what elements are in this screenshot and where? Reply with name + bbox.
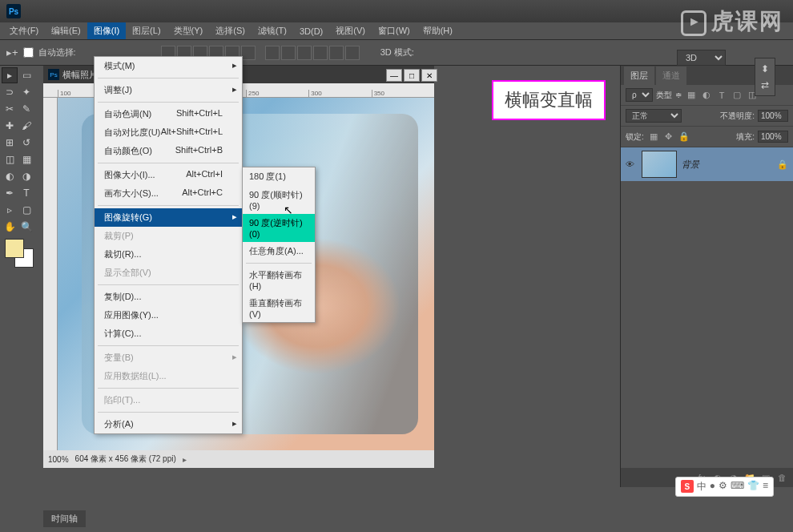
submenu-item[interactable]: 90 度(顺时针)(9) bbox=[243, 186, 315, 214]
stamp-tool[interactable]: ⊞ bbox=[2, 135, 18, 151]
hand-tool[interactable]: ✋ bbox=[2, 219, 18, 235]
3d-workspace-select[interactable]: 3D bbox=[677, 50, 726, 66]
menu-item[interactable]: 计算(C)... bbox=[95, 324, 242, 343]
menu-type[interactable]: 类型(Y) bbox=[167, 22, 210, 39]
menu-file[interactable]: 文件(F) bbox=[3, 22, 45, 39]
ime-skin-icon[interactable]: 👕 bbox=[747, 480, 759, 494]
submenu-item[interactable]: 水平翻转画布(H) bbox=[243, 266, 315, 294]
menu-edit[interactable]: 编辑(E) bbox=[45, 22, 87, 39]
ime-toolbar[interactable]: S 中 ● ⚙ ⌨ 👕 ≡ bbox=[675, 477, 774, 497]
tab-channels[interactable]: 通道 bbox=[656, 66, 686, 85]
blur-tool[interactable]: ◐ bbox=[2, 168, 18, 184]
gradient-tool[interactable]: ▦ bbox=[18, 151, 34, 167]
menu-select[interactable]: 选择(S) bbox=[209, 22, 252, 39]
healing-tool[interactable]: ✚ bbox=[2, 118, 18, 134]
ime-logo-icon[interactable]: S bbox=[681, 480, 694, 493]
menu-item: 陷印(T)... bbox=[95, 391, 242, 409]
menu-help[interactable]: 帮助(H) bbox=[417, 22, 459, 39]
lock-pixels-icon[interactable]: ▦ bbox=[647, 131, 660, 143]
lock-label: 锁定: bbox=[626, 131, 644, 143]
close-button[interactable]: ✕ bbox=[421, 69, 437, 82]
maximize-button[interactable]: □ bbox=[404, 69, 420, 82]
eyedropper-tool[interactable]: ✎ bbox=[18, 101, 34, 117]
menu-item[interactable]: 图像大小(I)...Alt+Ctrl+I bbox=[95, 166, 242, 184]
menu-item[interactable]: 调整(J)▸ bbox=[95, 81, 242, 99]
path-tool[interactable]: ▹ bbox=[2, 202, 18, 218]
menu-item[interactable]: 画布大小(S)...Alt+Ctrl+C bbox=[95, 184, 242, 203]
annotation-overlay: 横幅变直幅 bbox=[492, 80, 606, 120]
menu-item[interactable]: 自动色调(N)Shift+Ctrl+L bbox=[95, 105, 242, 123]
history-brush-tool[interactable]: ↺ bbox=[18, 135, 34, 151]
submenu-item[interactable]: 任意角度(A)... bbox=[243, 242, 315, 260]
submenu-item[interactable]: 90 度(逆时针)(0) bbox=[243, 214, 315, 242]
ps-logo: Ps bbox=[6, 4, 21, 18]
menu-layer[interactable]: 图层(L) bbox=[126, 22, 167, 39]
menu-item[interactable]: 图像旋转(G)▸ bbox=[95, 208, 242, 227]
shape-tool[interactable]: ▢ bbox=[18, 202, 34, 218]
panel-icon[interactable]: ⬍ bbox=[758, 61, 772, 77]
menu-item[interactable]: 分析(A)▸ bbox=[95, 415, 242, 433]
menu-image[interactable]: 图像(I) bbox=[87, 22, 126, 39]
menu-item[interactable]: 复制(D)... bbox=[95, 288, 242, 306]
blend-mode-select[interactable]: 正常 bbox=[626, 109, 682, 123]
distribute-icon[interactable] bbox=[281, 46, 296, 60]
zoom-tool[interactable]: 🔍 bbox=[18, 219, 34, 235]
menu-item[interactable]: 自动颜色(O)Shift+Ctrl+B bbox=[95, 142, 242, 160]
opacity-input[interactable] bbox=[758, 110, 788, 122]
color-swatches[interactable] bbox=[5, 239, 34, 268]
filter-shape-icon[interactable]: ▢ bbox=[731, 89, 743, 102]
brush-tool[interactable]: 🖌 bbox=[18, 118, 34, 134]
trash-icon[interactable]: 🗑 bbox=[775, 471, 788, 484]
type-tool[interactable]: T bbox=[18, 185, 34, 201]
submenu-item[interactable]: 垂直翻转画布(V) bbox=[243, 294, 315, 322]
move-tool[interactable]: ▸ bbox=[2, 67, 18, 83]
marquee-tool[interactable]: ▭ bbox=[18, 67, 34, 83]
fill-input[interactable] bbox=[758, 131, 788, 143]
distribute-icon[interactable] bbox=[313, 46, 328, 60]
pen-tool[interactable]: ✒ bbox=[2, 185, 18, 201]
minimize-button[interactable]: — bbox=[386, 69, 402, 82]
lock-all-icon[interactable]: 🔒 bbox=[678, 131, 690, 143]
dodge-tool[interactable]: ◑ bbox=[18, 168, 34, 184]
layer-row[interactable]: 👁 背景 🔒 bbox=[621, 147, 793, 181]
titlebar: Ps bbox=[0, 0, 793, 22]
distribute-icon[interactable] bbox=[345, 46, 360, 60]
ime-keyboard-icon[interactable]: ⌨ bbox=[731, 480, 744, 494]
ime-menu-icon[interactable]: ≡ bbox=[763, 480, 768, 494]
tab-layers[interactable]: 图层 bbox=[624, 66, 654, 85]
menu-window[interactable]: 窗口(W) bbox=[372, 22, 417, 39]
filter-type-select[interactable]: ρ bbox=[626, 88, 653, 102]
distribute-icon[interactable] bbox=[329, 46, 344, 60]
menu-item[interactable]: 裁切(R)... bbox=[95, 245, 242, 264]
ime-lang[interactable]: 中 bbox=[697, 480, 706, 494]
lasso-tool[interactable]: ⊃ bbox=[2, 84, 18, 100]
filter-adjust-icon[interactable]: ◐ bbox=[700, 89, 713, 102]
visibility-icon[interactable]: 👁 bbox=[626, 159, 637, 169]
ime-punct-icon[interactable]: ● bbox=[710, 480, 715, 494]
filter-pixel-icon[interactable]: ▦ bbox=[685, 89, 698, 102]
align-icon[interactable] bbox=[241, 46, 256, 60]
floating-mini-panel[interactable]: ⬍ ⇄ bbox=[755, 58, 775, 96]
distribute-icon[interactable] bbox=[297, 46, 312, 60]
lock-position-icon[interactable]: ✥ bbox=[662, 131, 675, 143]
menu-item[interactable]: 自动对比度(U)Alt+Shift+Ctrl+L bbox=[95, 123, 242, 142]
crop-tool[interactable]: ✂ bbox=[2, 101, 18, 117]
distribute-icon[interactable] bbox=[265, 46, 280, 60]
menu-filter[interactable]: 滤镜(T) bbox=[252, 22, 293, 39]
menu-3d[interactable]: 3D(D) bbox=[293, 24, 329, 38]
menu-view[interactable]: 视图(V) bbox=[329, 22, 372, 39]
zoom-level[interactable]: 100% bbox=[48, 455, 69, 464]
panel-icon[interactable]: ⇄ bbox=[758, 77, 772, 93]
submenu-item[interactable]: 180 度(1) bbox=[243, 167, 315, 186]
menu-item[interactable]: 应用图像(Y)... bbox=[95, 306, 242, 324]
filter-type-icon[interactable]: T bbox=[715, 89, 728, 102]
ime-settings-icon[interactable]: ⚙ bbox=[719, 480, 727, 494]
timeline-tab[interactable]: 时间轴 bbox=[43, 510, 86, 527]
menu-item[interactable]: 模式(M)▸ bbox=[95, 57, 242, 75]
fg-color-swatch[interactable] bbox=[5, 239, 24, 258]
layer-thumbnail[interactable] bbox=[642, 151, 677, 178]
eraser-tool[interactable]: ◫ bbox=[2, 151, 18, 167]
layer-name[interactable]: 背景 bbox=[682, 159, 772, 171]
auto-select-checkbox[interactable] bbox=[23, 47, 34, 58]
wand-tool[interactable]: ✦ bbox=[18, 84, 34, 100]
